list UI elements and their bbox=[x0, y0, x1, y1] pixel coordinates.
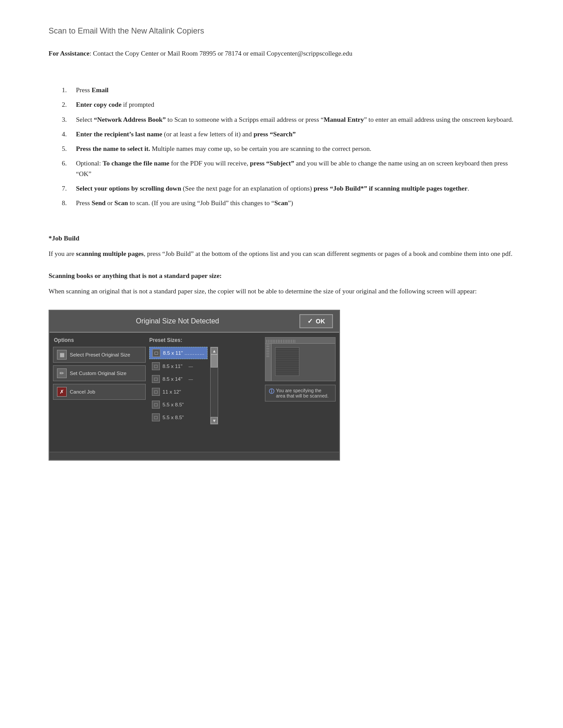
size-item[interactable]: □ 5.5 x 8.5" bbox=[149, 412, 208, 423]
list-content: Optional: To change the file name for th… bbox=[76, 158, 523, 179]
copier-footer bbox=[49, 452, 339, 460]
size-label: 8.5 x 11" bbox=[162, 364, 182, 369]
scroll-thumb bbox=[211, 354, 218, 368]
size-page-icon: □ bbox=[152, 349, 160, 357]
dash-label: — bbox=[189, 377, 193, 382]
size-label: 8.5 x 14" bbox=[162, 376, 182, 382]
scroll-down-button[interactable]: ▼ bbox=[211, 417, 218, 424]
job-build-section: *Job Build If you are scanning multiple … bbox=[49, 235, 523, 259]
copier-preview-panel: | | | | | | | | | | | | | | | | | | | | … bbox=[265, 337, 336, 447]
size-page-icon: □ bbox=[152, 401, 160, 409]
list-content: Press Email bbox=[76, 85, 523, 95]
copier-preset-panel: Preset Sizes: □ 8.5 x 11" ………… □ 8.5 x 1… bbox=[149, 337, 261, 447]
scanning-books-para: When scanning an original that is not a … bbox=[49, 286, 523, 296]
info-text: You are specifying the area that will be… bbox=[276, 388, 332, 398]
size-item[interactable]: □ 5.5 x 8.5" bbox=[149, 399, 208, 410]
list-num: 3. bbox=[62, 115, 76, 125]
list-num: 1. bbox=[62, 85, 76, 95]
scan-lines bbox=[276, 348, 299, 375]
list-item: 2. Enter copy code if prompted bbox=[62, 100, 523, 110]
cancel-job-button[interactable]: ✗ Cancel Job bbox=[53, 384, 146, 400]
list-item: 4. Enter the recipient’s last name (or a… bbox=[62, 129, 523, 139]
assistance-text: : Contact the Copy Center or Mail Room 7… bbox=[90, 50, 352, 57]
dash-label: — bbox=[189, 364, 193, 369]
size-page-icon: □ bbox=[152, 388, 160, 396]
scroll-track bbox=[211, 354, 218, 417]
assistance-label: For Assistance bbox=[49, 50, 90, 57]
grid-icon: ▦ bbox=[57, 350, 67, 360]
job-build-title: *Job Build bbox=[49, 235, 523, 242]
ruler-label: | | | | | | | | | | | | | | | | | | bbox=[265, 339, 295, 342]
scroll-up-button[interactable]: ▲ bbox=[211, 347, 218, 354]
size-label: 5.5 x 8.5" bbox=[162, 415, 184, 420]
job-build-para: If you are scanning multiple pages, pres… bbox=[49, 248, 523, 259]
info-box: ⓘ You are specifying the area that will … bbox=[265, 385, 336, 402]
size-label: 8.5 x 11" ………… bbox=[163, 350, 204, 356]
scanning-books-section: Scanning books or anything that is not a… bbox=[49, 272, 523, 296]
list-content: Press Send or Scan to scan. (If you are … bbox=[76, 198, 523, 208]
page-title: Scan to Email With the New Altalink Copi… bbox=[49, 26, 523, 36]
check-icon: ✓ bbox=[307, 317, 313, 325]
list-item: 6. Optional: To change the file name for… bbox=[62, 158, 523, 179]
size-label: 11 x 12" bbox=[162, 389, 181, 394]
list-item: 1. Press Email bbox=[62, 85, 523, 95]
copier-screen-header: Original Size Not Detected ✓ OK bbox=[49, 311, 339, 333]
list-num: 7. bbox=[62, 184, 76, 194]
copier-ok-button[interactable]: ✓ OK bbox=[299, 314, 333, 328]
size-item[interactable]: □ 8.5 x 11" — bbox=[149, 360, 208, 372]
set-custom-size-button[interactable]: ✏ Set Custom Original Size bbox=[53, 365, 146, 381]
ruler-vertical: | | | | | | | | bbox=[265, 344, 272, 381]
list-num: 4. bbox=[62, 129, 76, 139]
list-item: 3. Select “Network Address Book” to Scan… bbox=[62, 115, 523, 125]
option-label: Select Preset Original Size bbox=[70, 352, 130, 357]
size-page-icon: □ bbox=[152, 413, 160, 421]
preset-label: Preset Sizes: bbox=[149, 337, 261, 343]
ruler-area: | | | | | | | | | | | | | | | | | | | | … bbox=[265, 337, 336, 381]
copier-screen-body: Options ▦ Select Preset Original Size ✏ … bbox=[49, 333, 339, 452]
list-num: 2. bbox=[62, 100, 76, 110]
list-item: 5. Press the name to select it. Multiple… bbox=[62, 144, 523, 154]
copier-screen: Original Size Not Detected ✓ OK Options … bbox=[49, 310, 340, 461]
copier-screen-title: Original Size Not Detected bbox=[56, 317, 299, 325]
list-content: Select your options by scrolling down (S… bbox=[76, 184, 523, 194]
list-content: Enter copy code if prompted bbox=[76, 100, 523, 110]
options-label: Options bbox=[53, 337, 146, 343]
size-item[interactable]: □ 11 x 12" bbox=[149, 386, 208, 398]
list-item: 7. Select your options by scrolling down… bbox=[62, 184, 523, 194]
instructions-list: 1. Press Email 2. Enter copy code if pro… bbox=[49, 85, 523, 208]
info-icon: ⓘ bbox=[269, 388, 274, 395]
list-num: 8. bbox=[62, 198, 76, 208]
size-list: □ 8.5 x 11" ………… □ 8.5 x 11" — □ 8.5 x 1… bbox=[149, 347, 208, 424]
size-label: 5.5 x 8.5" bbox=[162, 402, 184, 407]
ruler-horizontal: | | | | | | | | | | | | | | | | | | bbox=[265, 338, 335, 344]
scanning-books-title: Scanning books or anything that is not a… bbox=[49, 272, 523, 280]
list-num: 5. bbox=[62, 144, 76, 154]
size-page-icon: □ bbox=[152, 362, 160, 370]
list-content: Enter the recipient’s last name (or at l… bbox=[76, 129, 523, 139]
size-page-icon: □ bbox=[152, 375, 160, 383]
list-num: 6. bbox=[62, 158, 76, 169]
x-icon: ✗ bbox=[57, 387, 67, 397]
size-list-container: □ 8.5 x 11" ………… □ 8.5 x 11" — □ 8.5 x 1… bbox=[149, 347, 261, 424]
ok-label: OK bbox=[316, 318, 325, 325]
list-content: Select “Network Address Book” to Scan to… bbox=[76, 115, 523, 125]
list-content: Press the name to select it. Multiple na… bbox=[76, 144, 523, 154]
pencil-icon: ✏ bbox=[57, 368, 67, 378]
option-label: Set Custom Original Size bbox=[70, 371, 126, 376]
list-item: 8. Press Send or Scan to scan. (If you a… bbox=[62, 198, 523, 208]
option-label: Cancel Job bbox=[70, 389, 95, 394]
assistance-block: For Assistance: Contact the Copy Center … bbox=[49, 48, 523, 59]
scrollbar: ▲ ▼ bbox=[210, 347, 218, 424]
scan-page-preview bbox=[275, 347, 299, 376]
size-item[interactable]: □ 8.5 x 14" — bbox=[149, 373, 208, 385]
ruler-v-label: | | | | | | | | bbox=[267, 345, 270, 357]
size-item[interactable]: □ 8.5 x 11" ………… bbox=[149, 347, 208, 359]
select-preset-size-button[interactable]: ▦ Select Preset Original Size bbox=[53, 347, 146, 363]
copier-options-panel: Options ▦ Select Preset Original Size ✏ … bbox=[53, 337, 146, 447]
